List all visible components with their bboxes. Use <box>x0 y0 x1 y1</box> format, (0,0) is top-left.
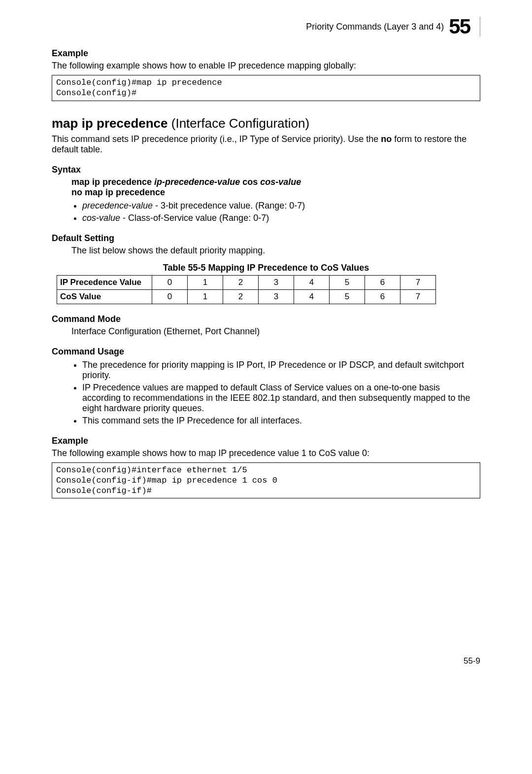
command-mode-label: Command Mode <box>52 314 480 324</box>
syntax1-b2: cos <box>240 177 260 187</box>
cell: 4 <box>294 289 330 304</box>
syntax1-i1: ip-precedence-value <box>154 177 240 187</box>
cell: 5 <box>330 275 365 289</box>
param2-desc: - Class-of-Service value (Range: 0-7) <box>120 213 269 223</box>
command-usage-list: The precedence for priority mapping is I… <box>71 360 480 426</box>
list-item: This command sets the IP Precedence for … <box>82 416 480 426</box>
cell: 6 <box>365 289 400 304</box>
command-name-bold: map ip precedence <box>52 116 168 131</box>
page-content: Priority Commands (Layer 3 and 4) 55 Exa… <box>52 15 480 666</box>
cell: 7 <box>400 275 436 289</box>
example2-intro: The following example shows how to map I… <box>52 448 480 458</box>
example2-code: Console(config)#interface ethernet 1/5 C… <box>52 462 480 499</box>
command-usage-label: Command Usage <box>52 347 480 357</box>
cell: 0 <box>152 275 188 289</box>
command-mode-text: Interface Configuration (Ethernet, Port … <box>71 326 480 337</box>
cell: 6 <box>365 275 400 289</box>
example1-label: Example <box>52 48 480 59</box>
param2: cos-value - Class-of-Service value (Rang… <box>82 213 480 223</box>
cell: 3 <box>259 275 294 289</box>
mapping-table: IP Precedence Value 0 1 2 3 4 5 6 7 CoS … <box>57 275 436 304</box>
cell: 0 <box>152 289 188 304</box>
list-item: The precedence for priority mapping is I… <box>82 360 480 381</box>
cell: 7 <box>400 289 436 304</box>
syntax-lines: map ip precedence ip-precedence-value co… <box>71 177 480 198</box>
syntax1-b1: map ip precedence <box>71 177 154 187</box>
example2-label: Example <box>52 436 480 446</box>
cell: 2 <box>223 275 259 289</box>
syntax-params: precedence-value - 3-bit precedence valu… <box>71 201 480 223</box>
row2-label: CoS Value <box>57 289 152 304</box>
cell: 5 <box>330 289 365 304</box>
default-setting-label: Default Setting <box>52 233 480 244</box>
cell: 1 <box>188 289 223 304</box>
param1-desc: - 3-bit precedence value. (Range: 0-7) <box>153 201 305 211</box>
page-footer: 55-9 <box>52 656 480 666</box>
row1-label: IP Precedence Value <box>57 275 152 289</box>
example1-intro: The following example shows how to enabl… <box>52 61 480 71</box>
header-divider <box>480 17 480 36</box>
command-heading: map ip precedence (Interface Configurati… <box>52 116 480 131</box>
syntax-line-1: map ip precedence ip-precedence-value co… <box>71 177 480 187</box>
command-desc-bold: no <box>381 134 392 144</box>
syntax-label: Syntax <box>52 165 480 175</box>
param1: precedence-value - 3-bit precedence valu… <box>82 201 480 211</box>
list-item: IP Precedence values are mapped to defau… <box>82 383 480 414</box>
command-desc-pre: This command sets IP precedence priority… <box>52 134 381 144</box>
command-name-rest: (Interface Configuration) <box>168 116 310 131</box>
syntax1-i2: cos-value <box>260 177 301 187</box>
syntax-line-2: no map ip precedence <box>71 187 480 198</box>
param1-name: precedence-value <box>82 201 153 211</box>
command-description: This command sets IP precedence priority… <box>52 134 480 155</box>
page-header: Priority Commands (Layer 3 and 4) 55 <box>52 15 480 38</box>
table-row: CoS Value 0 1 2 3 4 5 6 7 <box>57 289 436 304</box>
example1-code: Console(config)#map ip precedence Consol… <box>52 75 480 101</box>
header-title: Priority Commands (Layer 3 and 4) <box>306 22 444 32</box>
chapter-number: 55 <box>449 15 470 38</box>
cell: 1 <box>188 275 223 289</box>
table-caption: Table 55-5 Mapping IP Precedence to CoS … <box>52 263 480 273</box>
cell: 4 <box>294 275 330 289</box>
cell: 2 <box>223 289 259 304</box>
param2-name: cos-value <box>82 213 120 223</box>
table-row: IP Precedence Value 0 1 2 3 4 5 6 7 <box>57 275 436 289</box>
cell: 3 <box>259 289 294 304</box>
default-setting-text: The list below shows the default priorit… <box>71 246 480 256</box>
